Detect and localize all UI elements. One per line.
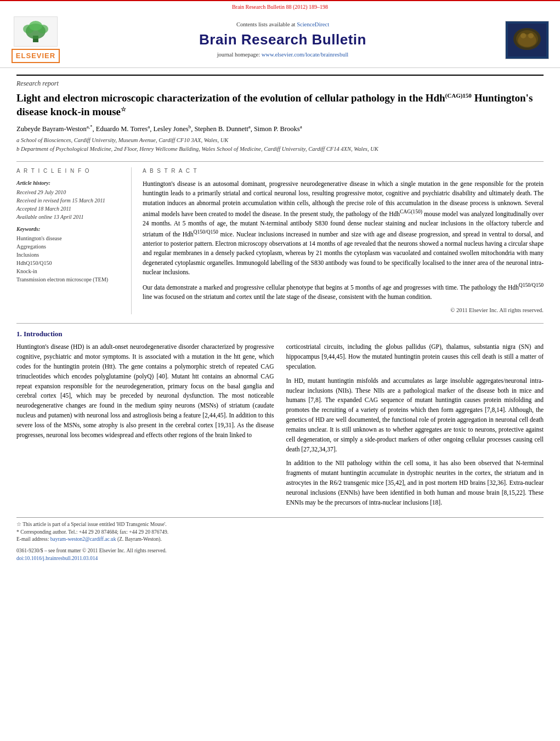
page-wrapper: Brain Research Bulletin 88 (2012) 189–19… [0, 0, 560, 562]
footnote-2: * Corresponding author. Tel.: +44 29 20 … [16, 529, 544, 536]
article-title: Light and electron microscopic character… [16, 92, 544, 119]
svg-point-4 [29, 21, 42, 31]
elsevier-tree-icon [16, 19, 55, 44]
keyword-6: Transmission electron microscope (TEM) [16, 276, 123, 284]
received-date: Received 29 July 2010 [16, 189, 123, 196]
intro-text-right: corticostriatal circuits, including the … [286, 342, 544, 507]
intro-left-col: Huntington's disease (HD) is an adult-on… [16, 342, 274, 512]
abstract-column: A B S T R A C T Huntington's disease is … [143, 167, 544, 314]
article-info-abstract-section: A R T I C L E I N F O Article history: R… [16, 161, 544, 314]
journal-citation: Brain Research Bulletin 88 (2012) 189–19… [232, 4, 328, 10]
article-info-header: A R T I C L E I N F O [16, 167, 123, 175]
keywords-section: Keywords: Huntington's disease Aggregati… [16, 225, 123, 284]
available-online-date: Available online 13 April 2011 [16, 213, 123, 221]
journal-title: Brain Research Bulletin [60, 30, 505, 49]
intro-right-col: corticostriatal circuits, including the … [286, 342, 544, 512]
introduction-body: Huntington's disease (HD) is an adult-on… [16, 342, 544, 512]
footnote-section: ☆ This article is part of a Special issu… [16, 517, 544, 562]
abstract-paragraph-2: Our data demonstrate a marked and progre… [143, 281, 544, 302]
svg-point-9 [528, 33, 534, 38]
keyword-2: Aggregations [16, 243, 123, 251]
journal-header-strip: Brain Research Bulletin 88 (2012) 189–19… [0, 0, 560, 12]
footnote-3: E-mail address: bayram-weston2@cardiff.a… [16, 536, 544, 543]
keyword-1: Huntington's disease [16, 235, 123, 242]
sciencedirect-link[interactable]: ScienceDirect [297, 21, 329, 27]
affiliation-b: b Department of Psychological Medicine, … [16, 145, 544, 154]
main-content: Research report Light and electron micro… [0, 75, 560, 562]
affiliation-a: a School of Biosciences, Cardiff Univers… [16, 137, 544, 145]
intro-text-left: Huntington's disease (HD) is an adult-on… [16, 342, 274, 440]
keywords-label: Keywords: [16, 225, 123, 233]
journal-homepage: journal homepage: www.elsevier.com/locat… [60, 51, 505, 59]
keyword-4: HdhQ150/Q150 [16, 259, 123, 267]
article-history: Article history: Received 29 July 2010 R… [16, 179, 123, 221]
contents-available-line: Contents lists available at ScienceDirec… [60, 21, 505, 29]
report-type: Research report [16, 75, 544, 88]
authors-line: Zubeyde Bayram-Westona,*, Eduardo M. Tor… [16, 123, 544, 134]
elsevier-logo: ELSEVIER [11, 16, 60, 63]
intro-paragraph-4: In addition to the NII pathology within … [286, 459, 544, 507]
issn-doi-section: 0361-9230/$ – see front matter © 2011 El… [16, 547, 544, 562]
elsevier-text: ELSEVIER [12, 49, 60, 63]
intro-paragraph-3: In HD, mutant huntingtin misfolds and ac… [286, 376, 544, 455]
journal-title-area: Contents lists available at ScienceDirec… [60, 21, 505, 59]
revised-date: Received in revised form 15 March 2011 [16, 197, 123, 205]
doi-link[interactable]: doi:10.1016/j.brainresbull.2011.03.014 [16, 556, 98, 561]
section-title: 1. Introduction [16, 329, 544, 339]
brain-image-icon [508, 24, 546, 56]
journal-logo [505, 21, 549, 59]
top-banner: ELSEVIER Contents lists available at Sci… [0, 12, 560, 68]
homepage-url[interactable]: www.elsevier.com/locate/brainresbull [262, 52, 349, 58]
intro-paragraph-1: Huntington's disease (HD) is an adult-on… [16, 342, 274, 440]
issn-line: 0361-9230/$ – see front matter © 2011 El… [16, 547, 544, 555]
introduction-section: 1. Introduction Huntington's disease (HD… [16, 323, 544, 512]
email-link[interactable]: bayram-weston2@cardiff.ac.uk [50, 536, 116, 542]
accepted-date: Accepted 18 March 2011 [16, 205, 123, 213]
svg-point-8 [521, 33, 526, 38]
doi-line: doi:10.1016/j.brainresbull.2011.03.014 [16, 555, 544, 562]
article-info-column: A R T I C L E I N F O Article history: R… [16, 167, 132, 314]
keyword-3: Inclusions [16, 251, 123, 259]
abstract-text: Huntington's disease is an autosomal dom… [143, 179, 544, 302]
copyright-line: © 2011 Elsevier Inc. All rights reserved… [143, 307, 544, 315]
abstract-paragraph-1: Huntington's disease is an autosomal dom… [143, 179, 544, 277]
abstract-header: A B S T R A C T [143, 167, 544, 175]
keyword-5: Knock-in [16, 268, 123, 275]
intro-paragraph-2: corticostriatal circuits, including the … [286, 342, 544, 371]
footnote-1: ☆ This article is part of a Special issu… [16, 521, 544, 528]
